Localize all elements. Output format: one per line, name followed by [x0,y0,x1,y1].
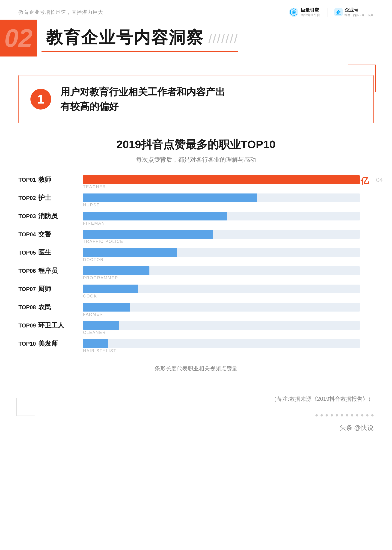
bottom-dots [0,410,392,421]
bar-track-4 [83,230,360,239]
bar-fill-10 [83,339,108,348]
bar-label-area-2: TOP02护士 [18,194,83,202]
bar-label-area-5: TOP05医生 [18,248,83,257]
bar-main-4: TOP04交警 [18,230,360,239]
bar-rank-cn-4: TOP04交警 [18,230,83,239]
bar-en-7: COOK [83,294,360,299]
dot-6 [341,414,343,417]
bar-cn-3: 消防员 [38,212,58,221]
bar-rank-cn-1: TOP01教师 [18,175,83,184]
bar-cn-2: 护士 [38,194,51,202]
bar-rank-cn-5: TOP05医生 [18,248,83,257]
bar-rank-5: TOP05 [18,250,36,256]
bar-row-1: TOP01教师TEACHER [18,175,360,192]
bar-rank-3: TOP03 [18,213,36,220]
bar-track-10 [83,339,360,348]
bar-en-2: NURSE [83,203,360,208]
bar-rank-6: TOP06 [18,268,36,274]
bar-fill-7 [83,285,138,293]
bar-row-2: TOP02护士NURSE [18,194,360,210]
dot-10 [361,414,364,417]
bar-main-10: TOP10美发师 [18,339,360,348]
dot-12 [371,414,374,417]
header-subtitle: 教育企业号增长迅速，直播潜力巨大 [18,9,103,16]
bar-track-9 [83,321,360,330]
logo-area: 巨量引擎 商业营销平台 企 企业号 抖音 · 西瓜 · 今日头条 [289,7,374,17]
bar-en-10: HAIR STYLIST [83,348,360,353]
bar-label-area-9: TOP09环卫工人 [18,321,83,330]
bar-rank-cn-8: TOP08农民 [18,303,83,312]
deco-corner-tr [348,65,376,92]
section-title-area: 教育企业号内容洞察 /////// [42,22,238,52]
bar-track-1 [83,175,360,184]
bar-row-4: TOP04交警TRAFFIC POLICE [18,230,360,246]
bar-label-area-7: TOP07厨师 [18,285,83,293]
bar-track-2 [83,194,360,202]
footer-brand: 头条 @快说 [0,421,392,439]
bar-fill-3 [83,212,227,221]
chart-note: 条形长度代表职业相关视频点赞量 [18,365,374,372]
bar-cn-9: 环卫工人 [38,321,64,330]
logo-jiliang: 巨量引擎 商业营销平台 [289,7,320,17]
bar-label-area-8: TOP08农民 [18,303,83,312]
bar-rank-1: TOP01 [18,177,36,183]
bar-track-6 [83,266,360,275]
bar-track-7 [83,285,360,293]
top-header: 教育企业号增长迅速，直播潜力巨大 巨量引擎 商业营销平台 企 企业号 [0,0,392,22]
svg-text:企: 企 [336,9,341,15]
bar-track-5 [83,248,360,257]
bar-main-9: TOP09环卫工人 [18,321,360,330]
bar-fill-8 [83,303,130,312]
bar-rank-cn-6: TOP06程序员 [18,266,83,275]
bar-main-1: TOP01教师 [18,175,360,184]
deco-corner-bl [16,398,35,416]
bar-chart: 6.2亿 04 TOP01教师TEACHERTOP02护士NURSETOP03消… [18,175,374,355]
bar-rank-9: TOP09 [18,322,36,329]
jiliang-sub: 商业营销平台 [301,13,320,17]
point1-box: 1 用户对教育行业相关工作者和内容产出有较高的偏好 [18,75,374,123]
section-header-wrap: 02 教育企业号内容洞察 /////// [0,22,392,61]
bar-row-5: TOP05医生DOCTOR [18,248,360,265]
bar-en-8: FARMER [83,312,360,317]
bar-main-3: TOP03消防员 [18,212,360,221]
bar-rank-cn-2: TOP02护士 [18,194,83,202]
section-title-slash: /////// [208,31,238,46]
jiliang-text: 巨量引擎 商业营销平台 [301,7,320,17]
logo-divider [327,8,328,17]
bar-rank-4: TOP04 [18,231,36,238]
bar-row-7: TOP07厨师COOK [18,285,360,301]
bar-rank-2: TOP02 [18,195,36,201]
bar-fill-4 [83,230,213,239]
point1-text: 用户对教育行业相关工作者和内容产出有较高的偏好 [60,85,225,114]
bar-row-6: TOP06程序员PROGRAMMER [18,266,360,283]
dot-7 [346,414,348,417]
dot-1 [315,414,318,417]
bar-main-6: TOP06程序员 [18,266,360,275]
bar-label-area-10: TOP10美发师 [18,339,83,348]
dot-2 [321,414,323,417]
bar-cn-6: 程序员 [38,266,58,275]
chart-section: 2019抖音点赞最多的职业TOP10 每次点赞背后，都是对各行各业的理解与感动 … [18,137,374,372]
bar-track-3 [83,212,360,221]
chart-title: 2019抖音点赞最多的职业TOP10 [18,137,374,152]
section-number-block: 02 [0,20,37,56]
footer-note-text: （备注:数据来源《2019抖音数据报告》） [271,396,374,402]
bar-main-5: TOP05医生 [18,248,360,257]
bar-label-area-1: TOP01教师 [18,175,83,184]
bar-main-2: TOP02护士 [18,194,360,202]
bar-row-8: TOP08农民FARMER [18,303,360,319]
bar-fill-5 [83,248,177,257]
point1-number: 1 [37,93,44,106]
dot-8 [351,414,353,417]
dot-11 [366,414,369,417]
bar-track-8 [83,303,360,312]
bar-rank-10: TOP10 [18,341,36,347]
bar-rank-7: TOP07 [18,286,36,292]
bar-rank-cn-7: TOP07厨师 [18,285,83,293]
bar-main-7: TOP07厨师 [18,285,360,293]
bar-cn-5: 医生 [38,248,51,257]
bar-row-10: TOP10美发师HAIR STYLIST [18,339,360,355]
bar-cn-8: 农民 [38,303,51,312]
footer-note: （备注:数据来源《2019抖音数据报告》） [0,381,392,410]
logo-qiye: 企 企业号 抖音 · 西瓜 · 今日头条 [334,7,374,17]
